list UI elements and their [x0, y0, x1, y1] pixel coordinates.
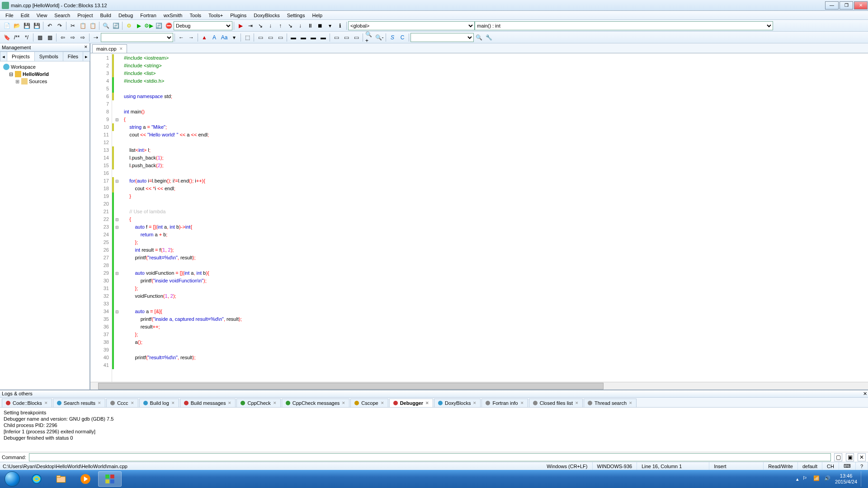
taskbar-explorer[interactable] [49, 471, 73, 487]
mgmt-tab-symbols[interactable]: Symbols [34, 52, 63, 61]
layout1-icon[interactable]: ▭ [256, 33, 265, 42]
jump-select[interactable] [101, 33, 173, 42]
log-tab-build-messages[interactable]: Build messages✕ [180, 399, 236, 407]
comment-icon[interactable]: /** [12, 33, 21, 42]
search-opts-icon[interactable]: 🔧 [484, 33, 493, 42]
next-line-icon[interactable]: ↘ [256, 21, 265, 30]
rebuild-icon[interactable]: 🔄 [154, 21, 163, 30]
menu-plugins[interactable]: Plugins [226, 12, 250, 19]
run-to-cursor-icon[interactable]: ⇥ [246, 21, 255, 30]
step-instr-icon[interactable]: ↓ [296, 21, 305, 30]
tray-arrow-icon[interactable]: ▴ [796, 476, 799, 482]
win4-icon[interactable]: ▬ [319, 33, 328, 42]
win1-icon[interactable]: ▬ [289, 33, 298, 42]
zoom-out-icon[interactable]: 🔍- [375, 33, 384, 42]
menu-settings[interactable]: Settings [283, 12, 309, 19]
save-all-icon[interactable]: 💾 [32, 21, 41, 30]
src-icon[interactable]: S [388, 33, 397, 42]
menu-project[interactable]: Project [74, 12, 96, 19]
doxy-run-icon[interactable]: ▦ [35, 33, 44, 42]
dropdown-icon[interactable]: ▾ [230, 33, 239, 42]
cmd-btn1-icon[interactable]: ▢ [834, 453, 842, 461]
run-icon[interactable]: ▶ [134, 21, 143, 30]
paste-icon[interactable]: 📋 [88, 21, 97, 30]
next-instr-icon[interactable]: ↘ [286, 21, 295, 30]
log-tab-cscope[interactable]: Cscope✕ [350, 399, 388, 407]
tree-project[interactable]: ⊟ HelloWorld [2, 70, 88, 78]
debug-start-icon[interactable]: ▶ [236, 21, 245, 30]
log-tab-close-icon[interactable]: ✕ [44, 401, 48, 405]
doxy-cfg-icon[interactable]: ▦ [45, 33, 54, 42]
log-tab-close-icon[interactable]: ✕ [575, 401, 579, 405]
tray-network-icon[interactable]: 📶 [813, 475, 821, 483]
break-icon[interactable]: ⏸ [306, 21, 315, 30]
replace-icon[interactable]: 🔄 [111, 21, 120, 30]
build-target-select[interactable]: Debug [174, 21, 232, 30]
log-tab-thread-search[interactable]: Thread search✕ [584, 399, 637, 407]
mgmt-tab-files[interactable]: Files [63, 52, 83, 61]
save-icon[interactable]: 💾 [22, 21, 31, 30]
menu-wxsmith[interactable]: wxSmith [160, 12, 186, 19]
status-help-icon[interactable]: ? [856, 462, 868, 470]
step-out-icon[interactable]: ↑ [276, 21, 285, 30]
highlight2-icon[interactable]: A [210, 33, 219, 42]
next-mark-icon[interactable]: → [187, 33, 196, 42]
jump-icon[interactable]: ⇢ [91, 33, 100, 42]
undo-icon[interactable]: ↶ [45, 21, 54, 30]
zoom-in-icon[interactable]: 🔍+ [365, 33, 374, 42]
log-tab-cccc[interactable]: Cccc✕ [106, 399, 138, 407]
menu-help[interactable]: Help [308, 12, 326, 19]
expand-icon[interactable]: ⊟ [8, 71, 14, 77]
tree-sources[interactable]: ⊞ Sources [2, 78, 88, 85]
taskbar-ie[interactable] [25, 471, 48, 487]
debug-windows-icon[interactable]: ▾ [326, 21, 335, 30]
highlight-icon[interactable]: ▲ [200, 33, 209, 42]
log-tab-close-icon[interactable]: ✕ [520, 401, 524, 405]
step-into-icon[interactable]: ↓ [266, 21, 275, 30]
prev-mark-icon[interactable]: ← [177, 33, 186, 42]
log-tab-close-icon[interactable]: ✕ [273, 401, 277, 405]
build-run-icon[interactable]: ⚙▶ [144, 21, 153, 30]
close-button[interactable]: ✕ [854, 1, 868, 9]
menu-fortran[interactable]: Fortran [137, 12, 160, 19]
show-desktop-button[interactable] [861, 471, 864, 487]
find-icon[interactable]: 🔍 [101, 21, 110, 30]
tray-action-icon[interactable]: 🏳 [802, 475, 810, 483]
taskbar-codeblocks[interactable] [98, 471, 122, 487]
logs-close-icon[interactable]: ✕ [863, 391, 867, 397]
new-file-icon[interactable]: 📄 [2, 21, 11, 30]
tray-volume-icon[interactable]: 🔊 [824, 475, 831, 483]
log-tab-close-icon[interactable]: ✕ [171, 401, 175, 405]
expand-icon[interactable]: ⊞ [14, 79, 20, 84]
menu-debug[interactable]: Debug [115, 12, 137, 19]
cmd-btn3-icon[interactable]: ✕ [858, 453, 866, 461]
refresh-icon[interactable]: C [398, 33, 407, 42]
info-icon[interactable]: ℹ [335, 21, 344, 30]
uncomment-icon[interactable]: */ [22, 33, 31, 42]
scope-select[interactable]: <global> [348, 21, 475, 30]
fold-column[interactable]: ⊟⊟⊟⊟⊟⊟ [114, 53, 120, 382]
open-file-icon[interactable]: 📂 [12, 21, 21, 30]
log-tab-close-icon[interactable]: ✕ [342, 401, 345, 405]
system-tray[interactable]: ▴ 🏳 📶 🔊 13:46 2015/4/24 [793, 471, 868, 487]
layout2-icon[interactable]: ▭ [266, 33, 275, 42]
win2-icon[interactable]: ▬ [299, 33, 308, 42]
log-tab-close-icon[interactable]: ✕ [131, 401, 134, 405]
log-tab-debugger[interactable]: Debugger✕ [389, 399, 433, 407]
search-proj-icon[interactable]: 🔍 [474, 33, 483, 42]
menu-build[interactable]: Build [96, 12, 114, 19]
log-tab-close-icon[interactable]: ✕ [629, 401, 632, 405]
highlight3-icon[interactable]: Aa [220, 33, 229, 42]
misc-select[interactable] [410, 33, 474, 42]
cut-icon[interactable]: ✂ [68, 21, 77, 30]
log-tab-search-results[interactable]: Search results✕ [53, 399, 105, 407]
log-tab-code-blocks[interactable]: Code::Blocks✕ [2, 399, 52, 407]
project-tree[interactable]: Workspace ⊟ HelloWorld ⊞ Sources [0, 61, 90, 389]
horizontal-scrollbar[interactable] [90, 382, 868, 389]
menu-view[interactable]: View [33, 12, 51, 19]
menu-tools[interactable]: Tools [186, 12, 205, 19]
menu-search[interactable]: Search [51, 12, 74, 19]
editor-tab-main[interactable]: main.cpp ✕ [92, 44, 127, 53]
tab-close-icon[interactable]: ✕ [119, 47, 123, 51]
cmd-btn2-icon[interactable]: ▣ [846, 453, 854, 461]
